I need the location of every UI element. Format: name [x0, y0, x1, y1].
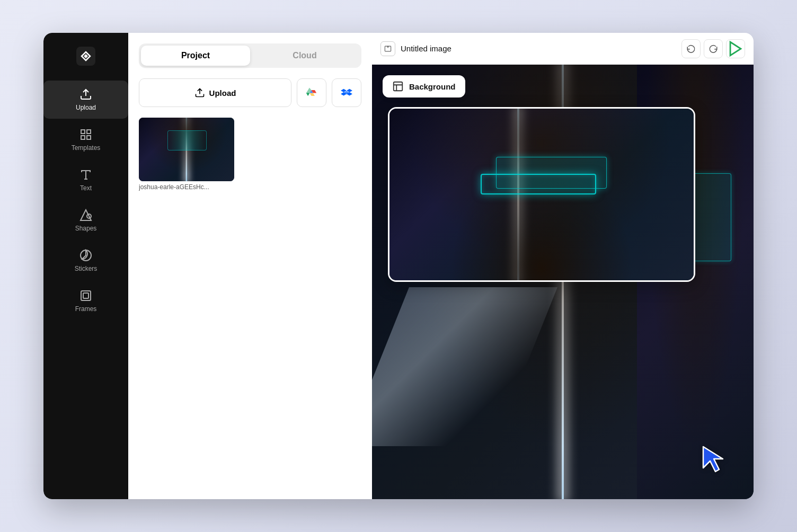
canvas-workspace[interactable]: Background	[372, 65, 754, 499]
sidebar-item-shapes-label: Shapes	[75, 225, 97, 232]
stickers-icon	[79, 249, 92, 262]
upload-row: Upload	[139, 78, 361, 107]
app-container: Upload Templates Text	[43, 33, 754, 499]
upload-btn-icon	[194, 87, 205, 98]
media-thumbnail	[139, 118, 234, 181]
sidebar: Upload Templates Text	[43, 33, 128, 499]
svg-rect-10	[81, 291, 91, 300]
text-icon	[79, 169, 92, 181]
media-filename: joshua-earle-aGEEsHc...	[139, 183, 234, 191]
frames-icon	[79, 289, 92, 302]
dropbox-icon	[341, 87, 352, 99]
background-pill-text: Background	[409, 82, 456, 91]
sidebar-item-upload-label: Upload	[76, 104, 96, 111]
foreground-sci-fi	[389, 109, 694, 280]
dropbox-button[interactable]	[332, 78, 361, 107]
image-upload-icon	[384, 45, 392, 53]
app-logo	[73, 43, 99, 69]
sidebar-item-templates[interactable]: Templates	[43, 121, 128, 159]
cursor-arrow	[701, 444, 732, 478]
media-grid: joshua-earle-aGEEsHc...	[139, 118, 361, 191]
tab-cloud[interactable]: Cloud	[250, 46, 359, 66]
panel-tabs: Project Cloud	[139, 43, 361, 68]
canvas-foreground-image[interactable]	[388, 107, 695, 282]
google-drive-button[interactable]	[297, 78, 326, 107]
google-drive-icon	[306, 87, 317, 99]
canvas-toolbar	[681, 39, 745, 58]
sidebar-item-stickers-label: Stickers	[75, 265, 98, 272]
cursor-arrow-icon	[701, 444, 732, 476]
canvas-title-icon	[380, 41, 395, 56]
background-pill[interactable]: Background	[383, 75, 465, 97]
undo-icon	[686, 44, 696, 54]
sidebar-item-frames[interactable]: Frames	[43, 282, 128, 320]
shapes-icon	[79, 209, 92, 221]
svg-rect-5	[87, 136, 91, 139]
media-item[interactable]: joshua-earle-aGEEsHc...	[139, 118, 234, 191]
svg-rect-3	[87, 130, 91, 134]
svg-rect-14	[394, 82, 403, 91]
media-panel: Project Cloud Upload	[128, 33, 372, 499]
upload-icon	[79, 88, 92, 101]
publish-icon	[727, 40, 745, 58]
redo-icon	[709, 44, 718, 54]
sci-fi-thumbnail-image	[139, 118, 234, 181]
sidebar-item-text-label: Text	[80, 184, 92, 192]
canvas-topbar: Untitled image	[372, 33, 754, 65]
sidebar-item-templates-label: Templates	[72, 144, 101, 152]
svg-rect-2	[81, 130, 85, 134]
undo-button[interactable]	[681, 39, 701, 58]
canvas-title-area: Untitled image	[380, 41, 675, 56]
canvas-title: Untitled image	[401, 44, 451, 53]
sidebar-item-shapes[interactable]: Shapes	[43, 201, 128, 240]
svg-marker-13	[730, 42, 741, 56]
sidebar-item-upload[interactable]: Upload	[43, 81, 128, 119]
sidebar-item-stickers[interactable]: Stickers	[43, 242, 128, 280]
svg-rect-11	[83, 293, 88, 298]
tab-project[interactable]: Project	[141, 46, 250, 66]
sidebar-item-frames-label: Frames	[75, 305, 97, 313]
svg-rect-4	[81, 136, 85, 139]
upload-button[interactable]: Upload	[139, 78, 291, 107]
background-pill-icon	[392, 81, 404, 92]
templates-icon	[79, 128, 92, 141]
redo-button[interactable]	[704, 39, 723, 58]
canvas-area: Untitled image	[372, 33, 754, 499]
sidebar-item-text[interactable]: Text	[43, 161, 128, 199]
publish-button[interactable]	[726, 39, 745, 58]
